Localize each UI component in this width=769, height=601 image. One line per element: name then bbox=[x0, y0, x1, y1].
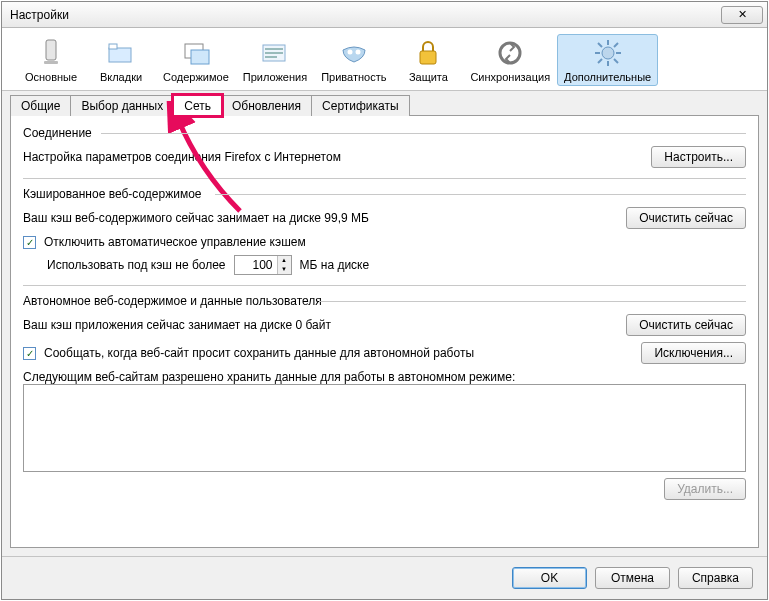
sync-icon bbox=[494, 37, 526, 69]
ok-button[interactable]: OK bbox=[512, 567, 587, 589]
tab-network[interactable]: Сеть bbox=[173, 95, 222, 116]
cache-limit-input[interactable] bbox=[235, 256, 277, 274]
offline-sites-list[interactable] bbox=[23, 384, 746, 472]
tab-data-choices[interactable]: Выбор данных bbox=[70, 95, 174, 116]
category-sync[interactable]: Синхронизация bbox=[463, 34, 557, 86]
sub-tabs: Общие Выбор данных Сеть Обновления Серти… bbox=[10, 95, 759, 116]
window-title: Настройки bbox=[10, 8, 721, 22]
connection-group-title: Соединение bbox=[23, 126, 746, 140]
svg-rect-2 bbox=[109, 48, 131, 62]
category-applications[interactable]: Приложения bbox=[236, 34, 314, 86]
offline-list-label: Следующим веб-сайтам разрешено хранить д… bbox=[23, 370, 515, 384]
spin-down[interactable]: ▼ bbox=[278, 265, 291, 274]
titlebar: Настройки ✕ bbox=[2, 2, 767, 28]
svg-point-11 bbox=[355, 50, 360, 55]
svg-rect-3 bbox=[109, 44, 117, 49]
svg-point-14 bbox=[602, 47, 614, 59]
cache-clear-button[interactable]: Очистить сейчас bbox=[626, 207, 746, 229]
cancel-button[interactable]: Отмена bbox=[595, 567, 670, 589]
offline-remove-button: Удалить... bbox=[664, 478, 746, 500]
network-panel: Соединение Настройка параметров соединен… bbox=[10, 115, 759, 548]
offline-exceptions-button[interactable]: Исключения... bbox=[641, 342, 746, 364]
svg-rect-7 bbox=[265, 48, 283, 50]
svg-line-20 bbox=[614, 59, 618, 63]
content-icon bbox=[180, 37, 212, 69]
svg-rect-5 bbox=[191, 50, 209, 64]
category-security[interactable]: Защита bbox=[393, 34, 463, 86]
help-button[interactable]: Справка bbox=[678, 567, 753, 589]
cache-status: Ваш кэш веб-содержимого сейчас занимает … bbox=[23, 211, 618, 225]
category-advanced[interactable]: Дополнительные bbox=[557, 34, 658, 86]
offline-group-title: Автономное веб-содержимое и данные польз… bbox=[23, 294, 746, 308]
general-icon bbox=[35, 37, 67, 69]
tabs-icon bbox=[105, 37, 137, 69]
category-toolbar: Основные Вкладки Содержимое Приложения П… bbox=[2, 28, 767, 91]
svg-rect-8 bbox=[265, 52, 283, 54]
svg-point-10 bbox=[347, 50, 352, 55]
svg-line-19 bbox=[598, 43, 602, 47]
svg-rect-0 bbox=[46, 40, 56, 60]
svg-rect-1 bbox=[44, 61, 58, 64]
category-privacy[interactable]: Приватность bbox=[314, 34, 393, 86]
category-general[interactable]: Основные bbox=[16, 34, 86, 86]
dialog-footer: OK Отмена Справка bbox=[2, 556, 767, 599]
cache-limit-spinner[interactable]: ▲▼ bbox=[234, 255, 292, 275]
override-cache-checkbox[interactable]: ✓ bbox=[23, 236, 36, 249]
cache-group-title: Кэшированное веб-содержимое bbox=[23, 187, 746, 201]
privacy-mask-icon bbox=[338, 37, 370, 69]
connection-desc: Настройка параметров соединения Firefox … bbox=[23, 150, 643, 164]
window-close-button[interactable]: ✕ bbox=[721, 6, 763, 24]
offline-clear-button[interactable]: Очистить сейчас bbox=[626, 314, 746, 336]
svg-line-21 bbox=[614, 43, 618, 47]
category-tabs[interactable]: Вкладки bbox=[86, 34, 156, 86]
offline-notify-checkbox[interactable]: ✓ bbox=[23, 347, 36, 360]
offline-status: Ваш кэш приложения сейчас занимает на ди… bbox=[23, 318, 618, 332]
cache-limit-label-pre: Использовать под кэш не более bbox=[47, 258, 226, 272]
gear-icon bbox=[592, 37, 624, 69]
spin-up[interactable]: ▲ bbox=[278, 256, 291, 265]
svg-rect-9 bbox=[265, 56, 277, 58]
tab-certificates[interactable]: Сертификаты bbox=[311, 95, 410, 116]
offline-notify-label: Сообщать, когда веб-сайт просит сохранит… bbox=[44, 346, 633, 360]
applications-icon bbox=[259, 37, 291, 69]
tab-updates[interactable]: Обновления bbox=[221, 95, 312, 116]
override-cache-label: Отключить автоматическое управление кэше… bbox=[44, 235, 306, 249]
svg-point-13 bbox=[500, 43, 520, 63]
lock-icon bbox=[412, 37, 444, 69]
tab-general[interactable]: Общие bbox=[10, 95, 71, 116]
category-content[interactable]: Содержимое bbox=[156, 34, 236, 86]
svg-rect-12 bbox=[420, 51, 436, 64]
svg-line-22 bbox=[598, 59, 602, 63]
cache-limit-label-post: МБ на диске bbox=[300, 258, 370, 272]
connection-settings-button[interactable]: Настроить... bbox=[651, 146, 746, 168]
